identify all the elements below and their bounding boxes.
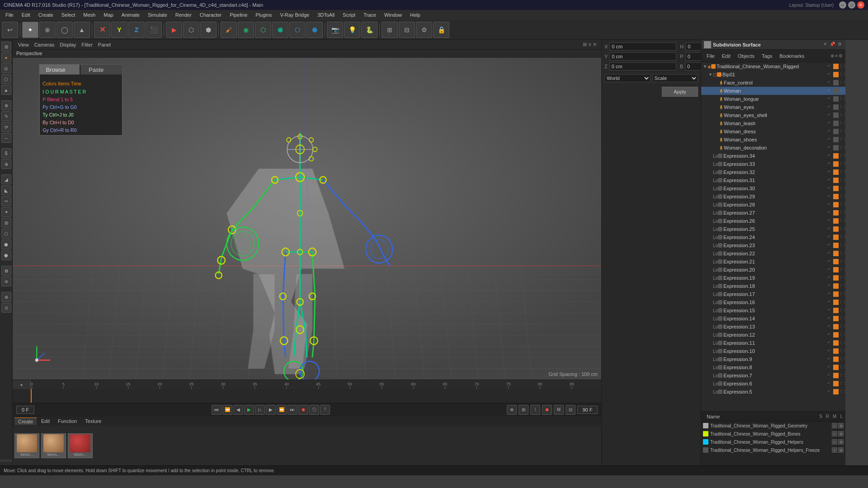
mat-tab-edit[interactable]: Edit — [38, 418, 53, 425]
obj-color-dot[interactable] — [833, 381, 839, 386]
cameras-menu[interactable]: Cameras — [32, 42, 57, 48]
menu-script[interactable]: Script — [339, 11, 359, 19]
obj-vis-icon[interactable]: ✓ — [827, 218, 833, 224]
obj-lock-icon[interactable]: ⋮⋮⋮⋮ — [839, 137, 844, 141]
obj-lock-icon[interactable]: ⋮⋮⋮⋮ — [839, 300, 844, 304]
obj-color-dot[interactable] — [833, 161, 839, 167]
left-tool-11[interactable]: ⊗ — [1, 159, 11, 169]
render-play[interactable]: ▶ — [166, 22, 182, 38]
obj-vis-icon[interactable]: ✓ — [827, 365, 833, 370]
timeline-ruler[interactable]: ● 051015202530354045505560657075808590 — [13, 380, 601, 389]
object-list-item[interactable]: Lo Expression.21 ✓ ⋮⋮⋮⋮ — [701, 258, 845, 266]
object-list-item[interactable]: ▼ ⬡ Bip01 ✓ ⋮⋮⋮⋮ — [701, 70, 845, 79]
transform-button[interactable]: ⊕ — [507, 405, 517, 415]
menu-3dtoall[interactable]: 3DToAll — [314, 11, 338, 19]
next-keyframe-button[interactable]: ▶ — [266, 405, 276, 415]
obj-lock-icon[interactable]: ⋮⋮⋮⋮ — [839, 88, 844, 93]
obj-vis-icon[interactable]: ✓ — [827, 340, 833, 346]
obj-vis-icon[interactable]: ✓ — [827, 145, 833, 150]
obj-color-dot[interactable] — [833, 178, 839, 183]
obj-lock-icon[interactable]: ⋮⋮⋮⋮ — [839, 332, 844, 337]
obj-vis-icon[interactable]: ✓ — [827, 121, 833, 126]
obj-color-dot[interactable] — [833, 275, 839, 281]
obj-vis-icon[interactable]: ✓ — [827, 373, 833, 378]
left-tool-16[interactable]: ⊞ — [1, 218, 11, 228]
menu-animate[interactable]: Animate — [118, 11, 143, 19]
undo-button[interactable]: ↩ — [2, 22, 18, 38]
obj-color-dot[interactable] — [833, 186, 839, 191]
obj-vis-icon[interactable]: ✓ — [827, 113, 833, 118]
obj-vis-icon[interactable]: ✓ — [827, 283, 833, 289]
left-tool-1[interactable]: ⊞ — [1, 42, 11, 52]
obj-lock-icon[interactable]: ⋮⋮⋮⋮ — [839, 113, 844, 117]
coord-y-input[interactable] — [609, 52, 676, 61]
left-tool-10[interactable]: $ — [1, 148, 11, 158]
obj-color-dot[interactable] — [833, 357, 839, 362]
current-frame-input[interactable]: 0 F — [16, 406, 34, 414]
obj-lock-icon[interactable]: ⋮⋮⋮⋮ — [839, 316, 844, 320]
panel-icon-2[interactable]: ≡ — [835, 53, 838, 58]
tool-gear[interactable]: ⚙ — [416, 22, 432, 38]
obj-lock-icon[interactable]: ⋮⋮⋮⋮ — [839, 251, 844, 255]
obj-color-dot[interactable] — [833, 80, 839, 85]
left-tool-15[interactable]: ✦ — [1, 207, 11, 217]
object-list-item[interactable]: 🧍 Woman_eyes_shell ✓ ⋮⋮⋮⋮ — [701, 111, 845, 119]
object-list-item[interactable]: Lo Expression.5 ✓ ⋮⋮⋮⋮ — [701, 388, 845, 396]
menu-plugins[interactable]: Plugins — [252, 11, 275, 19]
menu-character[interactable]: Character — [196, 11, 225, 19]
object-expand-arrow[interactable]: ▼ — [703, 64, 708, 69]
left-tool-7[interactable]: ✎ — [1, 111, 11, 121]
menu-create[interactable]: Create — [35, 11, 57, 19]
minimize-button[interactable]: ─ — [839, 1, 846, 9]
tool5[interactable]: ◉ — [238, 22, 254, 38]
menu-simulate[interactable]: Simulate — [144, 11, 171, 19]
obj-lock-icon[interactable]: ⋮⋮⋮⋮ — [839, 340, 844, 345]
coord-x-input[interactable] — [609, 42, 676, 51]
object-list-item[interactable]: Lo Expression.30 ✓ ⋮⋮⋮⋮ — [701, 184, 845, 192]
obj-color-dot[interactable] — [833, 96, 839, 102]
left-tool-4[interactable]: ⬡ — [1, 74, 11, 84]
grid-snap-button[interactable]: ⊟ — [566, 405, 576, 415]
obj-lock-icon[interactable]: ⋮⋮⋮⋮ — [839, 129, 844, 133]
object-list-item[interactable]: Lo Expression.13 ✓ ⋮⋮⋮⋮ — [701, 323, 845, 331]
maximize-button[interactable]: □ — [848, 1, 855, 9]
left-tool-2[interactable]: ● — [1, 52, 11, 62]
obj-color-dot[interactable] — [833, 243, 839, 248]
obj-color-dot[interactable] — [833, 104, 839, 110]
subdiv-settings-btn[interactable]: ⚙ — [836, 42, 843, 48]
left-tool-6[interactable]: ⊕ — [1, 100, 11, 110]
left-tool-5[interactable]: ▲ — [1, 85, 11, 95]
ik-button[interactable]: I — [530, 405, 540, 415]
object-list-item[interactable]: Lo Expression.10 ✓ ⋮⋮⋮⋮ — [701, 347, 845, 355]
close-button[interactable]: ✕ — [857, 1, 864, 9]
menu-edit[interactable]: Edit — [18, 11, 34, 19]
apply-button[interactable]: Apply — [662, 87, 698, 97]
mat-tab-function[interactable]: Function — [54, 418, 80, 425]
tool6[interactable]: ⬡ — [255, 22, 271, 38]
br-icon-1[interactable]: ✓ — [832, 431, 837, 436]
menu-vray[interactable]: V-Ray Bridge — [276, 11, 313, 19]
object-list-item[interactable]: Lo Expression.6 ✓ ⋮⋮⋮⋮ — [701, 380, 845, 388]
object-list-item[interactable]: 🧍 Woman_eyes ✓ ⋮⋮⋮⋮ — [701, 103, 845, 111]
obj-lock-icon[interactable]: ⋮⋮⋮⋮ — [839, 161, 844, 166]
left-tool-9[interactable]: ↔ — [1, 133, 11, 143]
obj-lock-icon[interactable]: ⋮⋮⋮⋮ — [839, 64, 844, 68]
obj-vis-icon[interactable]: ✓ — [827, 381, 833, 386]
display-menu[interactable]: Display — [57, 42, 79, 48]
object-list-item[interactable]: Lo Expression.15 ✓ ⋮⋮⋮⋮ — [701, 306, 845, 314]
obj-vis-icon[interactable]: ✓ — [827, 64, 833, 69]
object-list-item[interactable]: Lo Expression.8 ✓ ⋮⋮⋮⋮ — [701, 363, 845, 371]
obj-color-dot[interactable] — [833, 259, 839, 264]
obj-color-dot[interactable] — [833, 332, 839, 338]
obj-lock-icon[interactable]: ⋮⋮⋮⋮ — [839, 357, 844, 361]
object-list-item[interactable]: Lo Expression.25 ✓ ⋮⋮⋮⋮ — [701, 225, 845, 233]
obj-vis-icon[interactable]: ✓ — [827, 153, 833, 159]
object-list-item[interactable]: Lo Expression.9 ✓ ⋮⋮⋮⋮ — [701, 355, 845, 363]
record2-button[interactable]: ⏺ — [542, 405, 552, 415]
left-tool-12[interactable]: ◢ — [1, 174, 11, 184]
object-list-item[interactable]: Lo Expression.19 ✓ ⋮⋮⋮⋮ — [701, 274, 845, 282]
object-list-item[interactable]: Lo Expression.29 ✓ ⋮⋮⋮⋮ — [701, 192, 845, 201]
auto-key-button[interactable]: ⚫ — [309, 405, 319, 415]
material-thumb-1[interactable]: Wom... — [14, 433, 39, 458]
obj-vis-icon[interactable]: ✓ — [827, 72, 833, 77]
